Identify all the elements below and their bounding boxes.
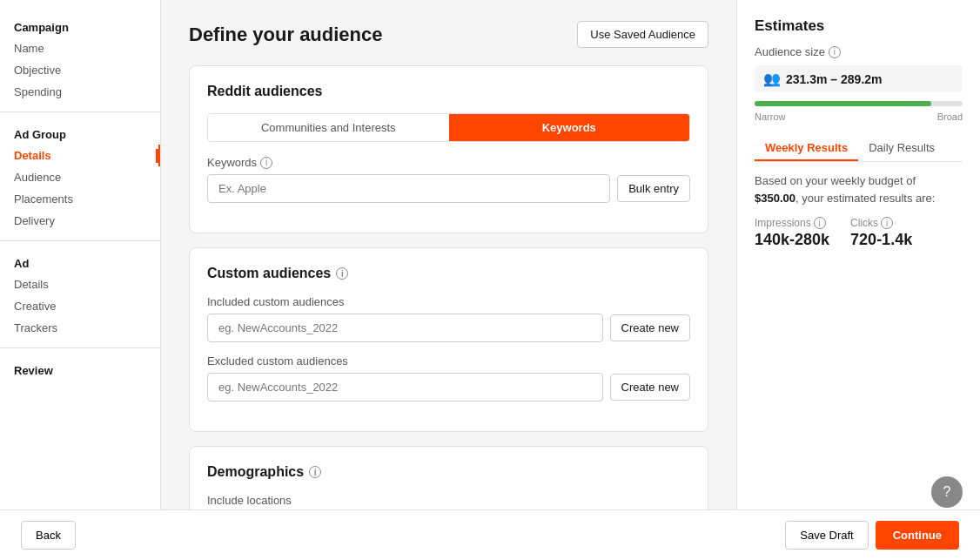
results-tabs: Weekly Results Daily Results bbox=[755, 136, 963, 162]
demographics-title: Demographics i bbox=[207, 464, 690, 480]
sidebar-item-name[interactable]: Name bbox=[0, 37, 160, 59]
reddit-audiences-tabs: Communities and Interests Keywords bbox=[207, 113, 690, 142]
footer-right: Save Draft Continue bbox=[785, 521, 959, 550]
sidebar-item-audience[interactable]: Audience bbox=[0, 166, 160, 188]
impressions-info-icon: i bbox=[814, 217, 826, 229]
campaign-section-title: Campaign bbox=[0, 14, 160, 37]
page-title: Define your audience bbox=[189, 24, 383, 46]
audience-size-range: 👥 231.3m – 289.2m bbox=[755, 65, 963, 92]
included-custom-input[interactable] bbox=[207, 314, 603, 342]
adgroup-section-title: Ad Group bbox=[0, 121, 160, 145]
sidebar-item-ad-details[interactable]: Details bbox=[0, 273, 160, 295]
weekly-results-tab[interactable]: Weekly Results bbox=[755, 136, 858, 161]
custom-audiences-card: Custom audiences i Included custom audie… bbox=[189, 247, 708, 432]
include-locations-label: Include locations bbox=[207, 494, 690, 507]
metrics-row: Impressions i 140k-280k Clicks i 720-1.4… bbox=[755, 217, 963, 249]
included-custom-field: Included custom audiences Create new bbox=[207, 295, 690, 342]
budget-text: Based on your weekly budget of $350.00, … bbox=[755, 172, 963, 206]
sidebar-item-placements[interactable]: Placements bbox=[0, 188, 160, 210]
help-button[interactable]: ? bbox=[931, 476, 963, 508]
center-panel: Define your audience Use Saved Audience … bbox=[161, 0, 736, 509]
use-saved-audience-button[interactable]: Use Saved Audience bbox=[577, 21, 708, 48]
range-bar-background bbox=[755, 101, 963, 106]
included-label: Included custom audiences bbox=[207, 295, 690, 308]
continue-button[interactable]: Continue bbox=[876, 521, 959, 550]
estimates-title: Estimates bbox=[755, 17, 963, 35]
keywords-label: Keywords i bbox=[207, 156, 690, 169]
impressions-metric: Impressions i 140k-280k bbox=[755, 217, 829, 249]
people-icon: 👥 bbox=[763, 71, 781, 87]
estimates-panel: Estimates Audience size i 👥 231.3m – 289… bbox=[736, 0, 980, 509]
included-input-row: Create new bbox=[207, 314, 690, 342]
range-labels: Narrow Broad bbox=[755, 111, 963, 122]
demographics-info-icon: i bbox=[309, 466, 321, 478]
excluded-input-row: Create new bbox=[207, 373, 690, 401]
sidebar-item-creative[interactable]: Creative bbox=[0, 295, 160, 317]
back-button[interactable]: Back bbox=[21, 521, 76, 550]
keywords-field: Keywords i Bulk entry bbox=[207, 156, 690, 203]
sidebar-item-spending[interactable]: Spending bbox=[0, 81, 160, 103]
demographics-card: Demographics i Include locations Bulk en… bbox=[189, 446, 708, 509]
custom-audiences-info-icon: i bbox=[336, 267, 348, 280]
clicks-info-icon: i bbox=[881, 217, 893, 229]
review-section-title: Review bbox=[0, 357, 160, 381]
sidebar: Campaign Name Objective Spending Ad Grou… bbox=[0, 0, 161, 509]
excluded-label: Excluded custom audiences bbox=[207, 354, 690, 368]
ad-section-title: Ad bbox=[0, 250, 160, 273]
audience-size-info-icon: i bbox=[829, 46, 841, 58]
sidebar-item-trackers[interactable]: Trackers bbox=[0, 317, 160, 339]
sidebar-item-objective[interactable]: Objective bbox=[0, 59, 160, 81]
broad-label: Broad bbox=[937, 111, 963, 122]
include-locations-field: Include locations Bulk entry bbox=[207, 494, 690, 509]
included-create-new-button[interactable]: Create new bbox=[610, 314, 690, 341]
excluded-custom-field: Excluded custom audiences Create new bbox=[207, 354, 690, 401]
keywords-input[interactable] bbox=[207, 174, 610, 203]
sidebar-item-details[interactable]: Details bbox=[0, 145, 160, 166]
clicks-label: Clicks i bbox=[850, 217, 912, 229]
custom-audiences-title: Custom audiences i bbox=[207, 266, 690, 281]
tab-communities-interests[interactable]: Communities and Interests bbox=[208, 114, 449, 141]
audience-size-label: Audience size i bbox=[755, 45, 963, 58]
keywords-input-row: Bulk entry bbox=[207, 174, 690, 203]
range-bar bbox=[755, 101, 963, 106]
clicks-value: 720-1.4k bbox=[850, 231, 912, 249]
footer: Back Save Draft Continue bbox=[0, 509, 980, 560]
clicks-metric: Clicks i 720-1.4k bbox=[850, 217, 912, 249]
impressions-value: 140k-280k bbox=[755, 231, 829, 249]
excluded-custom-input[interactable] bbox=[207, 373, 603, 401]
page-header: Define your audience Use Saved Audience bbox=[189, 21, 708, 48]
narrow-label: Narrow bbox=[755, 111, 785, 122]
impressions-label: Impressions i bbox=[755, 217, 829, 229]
reddit-audiences-title: Reddit audiences bbox=[207, 84, 690, 99]
tab-keywords[interactable]: Keywords bbox=[449, 114, 690, 141]
daily-results-tab[interactable]: Daily Results bbox=[858, 136, 945, 161]
keywords-bulk-entry-button[interactable]: Bulk entry bbox=[617, 175, 690, 202]
sidebar-item-delivery[interactable]: Delivery bbox=[0, 210, 160, 232]
save-draft-button[interactable]: Save Draft bbox=[785, 521, 868, 550]
range-bar-fill bbox=[755, 101, 931, 106]
keywords-info-icon: i bbox=[260, 157, 272, 169]
excluded-create-new-button[interactable]: Create new bbox=[610, 374, 690, 401]
reddit-audiences-card: Reddit audiences Communities and Interes… bbox=[189, 65, 708, 233]
